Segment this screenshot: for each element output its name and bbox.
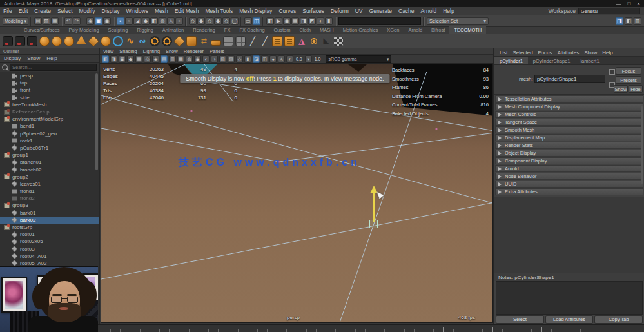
workspace-dropdown[interactable]: General (578, 8, 640, 14)
menu-uv[interactable]: UV (352, 8, 366, 14)
use-all-lights-icon[interactable]: ◉ (194, 55, 201, 63)
pencil-curve-tool-icon[interactable] (27, 36, 37, 46)
textured-icon[interactable]: ◍ (186, 55, 193, 63)
poly-sphere-uv-icon[interactable] (52, 36, 62, 46)
sculpt-pen-icon[interactable]: ╱ (260, 36, 270, 46)
menuset-dropdown[interactable]: Modeling▾ (3, 17, 28, 25)
section-smooth-mesh[interactable]: Smooth Mesh (495, 126, 643, 133)
poly-disc-icon[interactable] (150, 36, 160, 46)
outliner-menu-display[interactable]: Display (4, 55, 21, 62)
shaded-icon[interactable]: ▦ (177, 55, 184, 63)
make-live-icon[interactable]: ◯ (231, 17, 239, 25)
checkbox-1[interactable] (609, 69, 615, 75)
poly-helix-icon[interactable]: ∿ (125, 36, 135, 46)
menu-mesh-tools[interactable]: Mesh Tools (202, 8, 237, 14)
shelf-tab-fx[interactable]: FX (220, 26, 235, 34)
ep-curve-tool-icon[interactable] (15, 36, 25, 46)
image-plane-icon[interactable]: ▦ (135, 55, 142, 63)
menu-modify[interactable]: Modify (76, 8, 99, 14)
menu-surfaces[interactable]: Surfaces (299, 8, 327, 14)
presets-button[interactable]: Presets (616, 76, 641, 84)
panel-menu-show[interactable]: Show (166, 48, 178, 54)
shelf-tab-poly-modeling[interactable]: Poly Modeling (64, 26, 103, 34)
select-camera-icon[interactable]: ◧ (102, 55, 109, 63)
render-settings-icon[interactable]: ◨ (300, 17, 307, 25)
select-button[interactable]: Select (496, 315, 544, 324)
menu-help[interactable]: Help (440, 8, 457, 14)
node-name-field[interactable]: pCylinderShape1 (534, 75, 605, 83)
outliner-item-root04_A01[interactable]: root04_A01 (0, 253, 99, 260)
snap-projected-center-icon[interactable]: ◆ (214, 17, 222, 25)
maximize-button[interactable]: □ (627, 0, 630, 7)
menu-windows[interactable]: Windows (122, 8, 151, 14)
ae-tab-pCylinderShape1[interactable]: pCylinderShape1 (528, 57, 576, 64)
menu-edit[interactable]: Edit (15, 8, 32, 14)
panel-menu-panels[interactable]: Panels (210, 48, 224, 54)
shelf-tab-sculpting[interactable]: Sculpting (104, 26, 133, 34)
shelf-tab-bifrost[interactable]: Bifrost (427, 26, 449, 34)
mask-vertex-icon[interactable]: ◦ (125, 17, 133, 25)
poly-platonic-icon[interactable] (173, 35, 185, 46)
panel-menu-lighting[interactable]: Lighting (143, 48, 160, 54)
minimize-button[interactable]: — (616, 0, 621, 7)
uv-checker-icon[interactable] (333, 36, 344, 46)
outliner-item-group1[interactable]: group1 (0, 151, 99, 159)
file-new-icon[interactable]: ▤ (34, 17, 42, 25)
menu-edit-mesh[interactable]: Edit Mesh (171, 8, 202, 14)
show-button[interactable]: Show (614, 85, 628, 93)
menu-create[interactable]: Create (31, 8, 54, 14)
open-render-view-icon[interactable]: ◧ (266, 17, 274, 25)
shadows-icon[interactable]: ◐ (202, 55, 210, 63)
mask-misc-icon[interactable]: ◬ (167, 17, 175, 25)
shelf-tab-mash[interactable]: MASH (315, 26, 338, 34)
shelf-tab-arnold[interactable]: Arnold (404, 26, 427, 34)
combine-icon[interactable] (284, 36, 295, 46)
ae-tab-pCylinder1[interactable]: pCylinder1 (494, 57, 528, 64)
outliner-item-ReferenceSetup[interactable]: ReferenceSetup (0, 108, 99, 115)
ae-menu-attributes[interactable]: Attributes (557, 48, 579, 56)
poly-cone-icon[interactable] (76, 36, 86, 46)
outliner-item-branch01[interactable]: branch01 (0, 159, 99, 166)
section-arnold[interactable]: Arnold (495, 165, 643, 172)
outliner-item-rock1[interactable]: rock1 (0, 137, 99, 144)
outliner-item-frond1[interactable]: frond1 (0, 188, 99, 195)
ae-menu-focus[interactable]: Focus (538, 48, 552, 56)
exposure-icon[interactable]: ◐ (286, 55, 293, 63)
close-button[interactable]: × (637, 0, 640, 7)
shelf-tab-motion-graphics[interactable]: Motion Graphics (338, 26, 383, 34)
ipr-render-icon[interactable]: ◉ (283, 17, 291, 25)
ae-menu-show[interactable]: Show (584, 48, 597, 56)
snap-curve-icon[interactable]: ◆ (197, 17, 205, 25)
poly-gear-icon[interactable] (162, 36, 172, 46)
shelf-tab-tecgmoth[interactable]: TECGMOTH (449, 26, 486, 34)
attribute-editor-toggle-icon[interactable]: ◨ (616, 17, 623, 25)
select-object-icon[interactable]: ▣ (95, 17, 102, 25)
isolate-select-icon[interactable]: ◇ (236, 55, 243, 63)
outliner-item-side[interactable]: side (0, 94, 99, 101)
section-component-display[interactable]: Component Display (495, 157, 643, 164)
section-node-behavior[interactable]: Node Behavior (495, 173, 643, 180)
menu-mesh-display[interactable]: Mesh Display (236, 8, 275, 14)
target-weld-icon[interactable] (309, 36, 319, 46)
outliner-item-leaves01[interactable]: leaves01 (0, 181, 99, 188)
outliner-item-branch02[interactable]: branch02 (0, 166, 99, 173)
curve-tool-icon[interactable] (3, 36, 13, 46)
menu-cache[interactable]: Cache (395, 8, 418, 14)
poly-mirror-icon[interactable]: ⇄ (199, 36, 209, 46)
viewport-canvas[interactable]: Verts20263494Edges404451004Faces20204600… (101, 64, 493, 323)
menu-display[interactable]: Display (99, 8, 123, 14)
tool-settings-toggle-icon[interactable]: ◧ (625, 17, 632, 25)
mask-uv-icon[interactable]: ◧ (150, 17, 158, 25)
outliner-item-persp[interactable]: persp (0, 72, 99, 79)
redo-icon[interactable]: ↷ (73, 17, 81, 25)
input-connections-icon[interactable]: ◫ (253, 17, 260, 25)
section-render-stats[interactable]: Render Stats (495, 142, 643, 149)
file-save-icon[interactable]: ▦ (51, 17, 59, 25)
notes-field[interactable] (496, 281, 643, 315)
quad-draw-icon[interactable]: ╱ (248, 36, 258, 46)
menu-file[interactable]: File (0, 8, 15, 14)
section-mesh-component-display[interactable]: Mesh Component Display (495, 103, 643, 110)
shelf-tab-xgen[interactable]: XGen (382, 26, 404, 34)
outliner-item-pSphere02_geo[interactable]: pSphere02_geo (0, 130, 99, 137)
menu-select[interactable]: Select (54, 8, 76, 14)
